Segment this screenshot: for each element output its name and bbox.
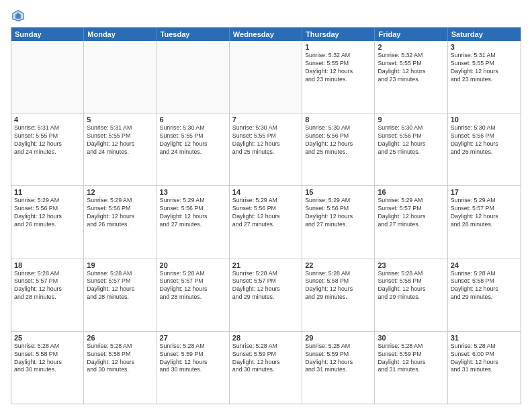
- day-info-line: Daylight: 12 hours: [378, 359, 444, 367]
- calendar-cell: 31Sunrise: 5:28 AMSunset: 6:00 PMDayligh…: [448, 332, 521, 404]
- calendar-cell: 21Sunrise: 5:28 AMSunset: 5:57 PMDayligh…: [230, 259, 302, 331]
- calendar-cell: 24Sunrise: 5:28 AMSunset: 5:58 PMDayligh…: [448, 259, 521, 331]
- day-info-line: Sunset: 5:55 PM: [305, 60, 371, 68]
- day-number: 2: [378, 43, 444, 51]
- calendar-cell-empty: [11, 41, 84, 113]
- day-info-line: and 24 minutes.: [87, 148, 153, 156]
- calendar-cell: 12Sunrise: 5:29 AMSunset: 5:56 PMDayligh…: [84, 186, 157, 258]
- calendar-body: 1Sunrise: 5:32 AMSunset: 5:55 PMDaylight…: [11, 41, 521, 404]
- day-number: 5: [87, 116, 153, 124]
- day-info-line: Daylight: 12 hours: [378, 140, 444, 148]
- day-info-line: and 31 minutes.: [378, 366, 444, 374]
- day-info-line: Sunrise: 5:29 AM: [451, 197, 518, 205]
- day-info-line: Sunset: 5:59 PM: [160, 351, 226, 359]
- day-info-line: Daylight: 12 hours: [305, 68, 371, 76]
- day-info-line: and 27 minutes.: [378, 221, 444, 229]
- day-number: 30: [378, 334, 444, 342]
- day-number: 4: [14, 116, 81, 124]
- header: [11, 8, 521, 23]
- day-info-line: Daylight: 12 hours: [232, 359, 299, 367]
- calendar-week: 1Sunrise: 5:32 AMSunset: 5:55 PMDaylight…: [11, 41, 521, 113]
- day-number: 24: [451, 261, 518, 269]
- day-number: 23: [378, 261, 444, 269]
- day-info-line: Daylight: 12 hours: [87, 140, 153, 148]
- day-info-line: Sunrise: 5:28 AM: [378, 270, 444, 278]
- calendar-cell: 16Sunrise: 5:29 AMSunset: 5:57 PMDayligh…: [375, 186, 447, 258]
- day-info-line: Sunset: 5:58 PM: [451, 277, 518, 285]
- day-info-line: Sunrise: 5:29 AM: [305, 197, 371, 205]
- calendar-cell: 3Sunrise: 5:31 AMSunset: 5:55 PMDaylight…: [448, 41, 521, 113]
- day-info-line: Sunrise: 5:29 AM: [378, 197, 444, 205]
- day-number: 12: [87, 188, 153, 196]
- day-number: 9: [378, 116, 444, 124]
- calendar-header-cell: Thursday: [302, 28, 375, 41]
- day-info-line: Daylight: 12 hours: [87, 359, 153, 367]
- day-info-line: Daylight: 12 hours: [232, 285, 299, 293]
- calendar-cell: 28Sunrise: 5:28 AMSunset: 5:59 PMDayligh…: [230, 332, 302, 404]
- day-info-line: Sunset: 5:58 PM: [305, 277, 371, 285]
- calendar-header-row: SundayMondayTuesdayWednesdayThursdayFrid…: [11, 28, 521, 41]
- day-info-line: and 30 minutes.: [232, 366, 299, 374]
- day-info-line: Daylight: 12 hours: [160, 213, 226, 221]
- day-number: 25: [14, 334, 81, 342]
- day-info-line: Sunrise: 5:30 AM: [378, 124, 444, 132]
- day-info-line: Daylight: 12 hours: [305, 140, 371, 148]
- day-info-line: Sunrise: 5:29 AM: [232, 197, 299, 205]
- calendar-cell: 6Sunrise: 5:30 AMSunset: 5:55 PMDaylight…: [157, 113, 230, 185]
- day-number: 13: [160, 188, 226, 196]
- day-info-line: Sunrise: 5:28 AM: [160, 270, 226, 278]
- day-info-line: Sunset: 5:57 PM: [378, 205, 444, 213]
- calendar-cell: 14Sunrise: 5:29 AMSunset: 5:56 PMDayligh…: [230, 186, 302, 258]
- day-info-line: and 26 minutes.: [87, 221, 153, 229]
- calendar-cell: 25Sunrise: 5:28 AMSunset: 5:58 PMDayligh…: [11, 332, 84, 404]
- day-info-line: and 23 minutes.: [305, 76, 371, 84]
- calendar-header-cell: Monday: [84, 28, 157, 41]
- day-number: 1: [305, 43, 371, 51]
- day-info-line: Sunset: 5:56 PM: [87, 205, 153, 213]
- day-info-line: Daylight: 12 hours: [305, 285, 371, 293]
- day-info-line: Sunrise: 5:32 AM: [305, 52, 371, 60]
- calendar-cell-empty: [230, 41, 302, 113]
- calendar-cell-empty: [84, 41, 157, 113]
- day-info-line: and 29 minutes.: [451, 293, 518, 302]
- day-info-line: Sunset: 5:57 PM: [160, 277, 226, 285]
- day-number: 19: [87, 261, 153, 269]
- day-info-line: and 24 minutes.: [14, 148, 81, 156]
- day-info-line: Sunset: 5:55 PM: [378, 60, 444, 68]
- calendar-cell: 29Sunrise: 5:28 AMSunset: 5:59 PMDayligh…: [302, 332, 375, 404]
- day-info-line: Daylight: 12 hours: [305, 213, 371, 221]
- day-number: 7: [232, 116, 299, 124]
- calendar-cell: 1Sunrise: 5:32 AMSunset: 5:55 PMDaylight…: [302, 41, 375, 113]
- day-info-line: Sunset: 5:57 PM: [451, 205, 518, 213]
- day-info-line: Daylight: 12 hours: [14, 359, 81, 367]
- calendar-cell: 17Sunrise: 5:29 AMSunset: 5:57 PMDayligh…: [448, 186, 521, 258]
- calendar-week: 11Sunrise: 5:29 AMSunset: 5:56 PMDayligh…: [11, 186, 521, 259]
- day-info-line: Sunrise: 5:28 AM: [451, 342, 518, 351]
- day-number: 22: [305, 261, 371, 269]
- day-info-line: Sunrise: 5:28 AM: [14, 270, 81, 278]
- day-info-line: and 28 minutes.: [451, 221, 518, 229]
- calendar-cell: 5Sunrise: 5:31 AMSunset: 5:55 PMDaylight…: [84, 113, 157, 185]
- day-info-line: and 23 minutes.: [451, 76, 518, 84]
- day-info-line: Sunrise: 5:28 AM: [14, 342, 81, 351]
- day-number: 6: [160, 116, 226, 124]
- day-info-line: and 25 minutes.: [378, 148, 444, 156]
- day-info-line: Sunrise: 5:28 AM: [232, 270, 299, 278]
- calendar-cell: 19Sunrise: 5:28 AMSunset: 5:57 PMDayligh…: [84, 259, 157, 331]
- day-info-line: Sunset: 5:56 PM: [232, 205, 299, 213]
- day-info-line: and 25 minutes.: [232, 148, 299, 156]
- day-info-line: Sunset: 5:55 PM: [160, 132, 226, 140]
- calendar-cell: 15Sunrise: 5:29 AMSunset: 5:56 PMDayligh…: [302, 186, 375, 258]
- day-info-line: and 28 minutes.: [160, 293, 226, 302]
- day-info-line: Daylight: 12 hours: [87, 213, 153, 221]
- day-info-line: Sunrise: 5:28 AM: [160, 342, 226, 351]
- day-info-line: Sunrise: 5:29 AM: [14, 197, 81, 205]
- day-info-line: Sunset: 5:59 PM: [232, 351, 299, 359]
- day-info-line: Daylight: 12 hours: [378, 285, 444, 293]
- day-number: 27: [160, 334, 226, 342]
- day-info-line: Sunrise: 5:31 AM: [451, 52, 518, 60]
- day-info-line: Sunset: 5:56 PM: [451, 132, 518, 140]
- calendar-cell: 18Sunrise: 5:28 AMSunset: 5:57 PMDayligh…: [11, 259, 84, 331]
- day-info-line: Sunrise: 5:28 AM: [87, 270, 153, 278]
- day-info-line: and 31 minutes.: [451, 366, 518, 374]
